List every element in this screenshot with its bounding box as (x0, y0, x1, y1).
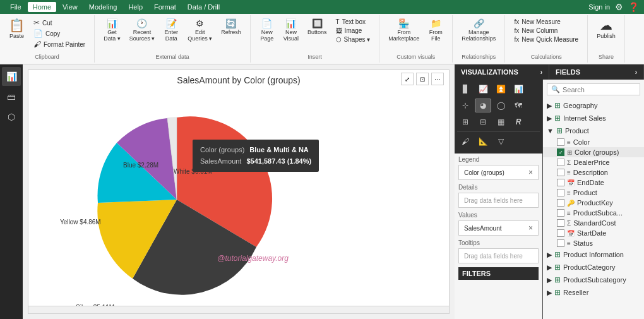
refresh-button[interactable]: 🔄 Refresh (217, 18, 245, 37)
donut-icon-btn[interactable]: ◯ (492, 99, 509, 112)
viz-fields-header: VISUALIZATIONS › FIELDS › (455, 64, 644, 80)
product-key-checkbox[interactable] (557, 199, 564, 207)
text-box-button[interactable]: T Text box (332, 18, 374, 26)
area-chart-icon-btn[interactable]: ⏫ (492, 82, 509, 96)
values-value: SalesAmount (464, 225, 501, 232)
product-subca-checkbox[interactable] (557, 209, 564, 217)
table-icon-btn[interactable]: ⊞ (457, 115, 474, 129)
fields-header-btn[interactable]: FIELDS › (549, 64, 644, 80)
recent-sources-button[interactable]: 🕐 RecentSources ▾ (126, 18, 159, 43)
matrix-icon-btn[interactable]: ⊟ (475, 115, 491, 129)
canvas-scrollbar[interactable] (28, 306, 449, 313)
account-icon[interactable]: ⚙ (615, 2, 623, 12)
product-category-group-header[interactable]: ▶ ⊞ ProductCategory (543, 261, 644, 274)
from-file-button[interactable]: 📁 FromFile (424, 18, 447, 43)
filter-icon-btn[interactable]: ▽ (492, 135, 509, 148)
menu-help[interactable]: Help (123, 2, 148, 12)
legend-remove-btn[interactable]: × (528, 168, 533, 177)
menu-file[interactable]: File (5, 2, 27, 12)
legend-drop-zone[interactable]: Color (groups) × (458, 165, 539, 180)
standard-cost-checkbox[interactable] (557, 219, 564, 227)
fields-search-input[interactable] (563, 86, 644, 93)
help-icon[interactable]: ❓ (628, 2, 639, 12)
internet-sales-expand-icon: ▶ (547, 114, 552, 123)
shapes-button[interactable]: ⬡ Shapes ▾ (332, 35, 374, 44)
internet-sales-group-header[interactable]: ▶ ⊞ Internet Sales (543, 112, 644, 124)
data-view-button[interactable]: 🗃 (2, 87, 21, 106)
edit-queries-button[interactable]: ⚙ EditQueries ▾ (184, 18, 216, 43)
pie-chart-icon-btn[interactable]: ◕ (475, 99, 491, 112)
menu-data-drill[interactable]: Data / Drill (182, 2, 225, 12)
new-page-button[interactable]: 📄 NewPage (256, 18, 278, 43)
new-column-button[interactable]: fx New Column (510, 27, 582, 35)
tooltips-drop-zone[interactable]: Drag data fields here (458, 248, 539, 263)
product-subcategory-group-header[interactable]: ▶ ⊞ ProductSubcategory (543, 274, 644, 286)
fields-search-box[interactable]: 🔍 (547, 83, 640, 95)
reseller-group-header[interactable]: ▶ ⊞ Reseller (543, 286, 644, 299)
start-date-checkbox[interactable] (557, 229, 564, 237)
color-checkbox[interactable] (557, 138, 564, 146)
new-quick-measure-button[interactable]: fx New Quick Measure (510, 35, 582, 44)
treemap-icon-btn[interactable]: ▦ (492, 115, 509, 129)
values-remove-btn[interactable]: × (528, 224, 533, 232)
model-view-button[interactable]: ⬡ (2, 107, 21, 126)
dealer-price-checkbox[interactable] (557, 159, 564, 166)
paste-button[interactable]: 📋 Paste (5, 18, 28, 40)
menu-view[interactable]: View (57, 2, 83, 12)
get-data-button[interactable]: 📊 GetData ▾ (100, 18, 124, 43)
sign-in-link[interactable]: Sign in (588, 3, 610, 11)
line-chart-icon-btn[interactable]: 📈 (475, 82, 491, 96)
new-visual-button[interactable]: 📊 NewVisual (280, 18, 302, 43)
stacked-bar-icon-btn[interactable]: ▊ (457, 82, 474, 96)
status-item[interactable]: ≡ Status (543, 238, 644, 248)
copy-button[interactable]: 📄 Copy (30, 28, 89, 39)
geography-group-header[interactable]: ▶ ⊞ Geography (543, 99, 644, 112)
product-item[interactable]: ≡ Product (543, 188, 644, 198)
more-options-button[interactable]: ⋯ (431, 73, 444, 85)
publish-button[interactable]: ☁ Publish (593, 18, 619, 40)
focus-button[interactable]: ⊡ (416, 73, 429, 85)
end-date-item[interactable]: 📅 EndDate (543, 178, 644, 188)
product-key-item[interactable]: 🔑 ProductKey (543, 198, 644, 208)
color-groups-item[interactable]: ✓ ⊞ Color (groups) (543, 147, 644, 157)
standard-cost-item[interactable]: Σ StandardCost (543, 218, 644, 228)
report-view-button[interactable]: 📊 (2, 67, 21, 86)
column-chart-icon-btn[interactable]: 📊 (510, 82, 527, 96)
share-label: Share (599, 52, 614, 60)
end-date-checkbox[interactable] (557, 179, 564, 186)
publish-label: Publish (597, 33, 616, 39)
format-painter-button[interactable]: 🖌 Format Painter (30, 39, 89, 49)
product-checkbox[interactable] (557, 189, 564, 196)
product-info-group-header[interactable]: ▶ ⊞ Product Information (543, 248, 644, 261)
enter-data-button[interactable]: 📝 EnterData (160, 18, 182, 43)
image-button[interactable]: 🖼 Image (332, 27, 374, 35)
product-group-header[interactable]: ▼ ⊞ Product (543, 124, 644, 137)
expand-button[interactable]: ⤢ (401, 73, 414, 85)
buttons-button[interactable]: 🔲 Buttons (304, 18, 331, 37)
menu-modeling[interactable]: Modeling (84, 2, 122, 12)
manage-relationships-button[interactable]: 🔗 ManageRelationships (458, 18, 499, 43)
details-drop-zone[interactable]: Drag data fields here (458, 193, 539, 208)
menu-format[interactable]: Format (149, 2, 181, 12)
paste-label: Paste (9, 33, 24, 39)
new-measure-button[interactable]: fx New Measure (510, 18, 582, 26)
scatter-icon-btn[interactable]: ⊹ (457, 99, 474, 112)
dealer-price-item[interactable]: Σ DealerPrice (543, 157, 644, 167)
description-checkbox[interactable] (557, 169, 564, 176)
menu-home[interactable]: Home (28, 2, 56, 12)
product-subca-item[interactable]: ≡ ProductSubca... (543, 208, 644, 218)
format-icon-btn[interactable]: 🖌 (457, 135, 474, 148)
map-icon-btn[interactable]: 🗺 (510, 99, 527, 112)
description-item[interactable]: ≡ Description (543, 167, 644, 178)
start-date-item[interactable]: 📅 StartDate (543, 228, 644, 238)
r-visual-icon-btn[interactable]: R (510, 115, 527, 129)
from-marketplace-button[interactable]: 🏪 FromMarketplace (385, 18, 423, 43)
visualizations-header-btn[interactable]: VISUALIZATIONS › (455, 64, 549, 80)
values-drop-zone[interactable]: SalesAmount × (458, 220, 539, 236)
analytics-icon-btn[interactable]: 📐 (475, 135, 491, 148)
color-item[interactable]: ≡ Color (543, 137, 644, 147)
cut-button[interactable]: ✂ Cut (30, 18, 89, 28)
color-groups-checkbox[interactable]: ✓ (557, 148, 564, 156)
status-checkbox[interactable] (557, 239, 564, 247)
chart-title: SalesAmount by Color (groups) (28, 70, 449, 90)
